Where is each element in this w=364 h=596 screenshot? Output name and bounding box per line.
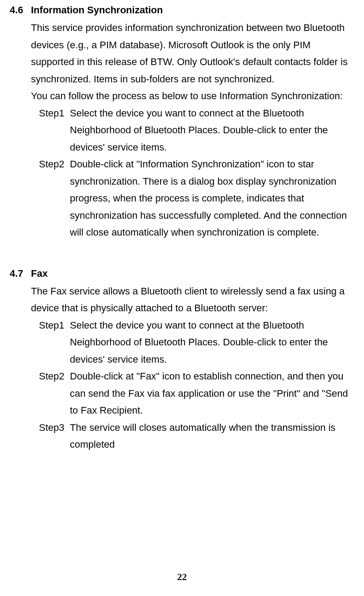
section-title: Fax	[31, 268, 354, 279]
section-fax: 4.7 Fax The Fax service allows a Bluetoo…	[10, 268, 354, 453]
step-item: Step2 Double-click at "Information Synch…	[39, 156, 354, 241]
step-item: Step2 Double-click at "Fax" icon to esta…	[39, 368, 354, 419]
step-label: Step2	[39, 368, 70, 419]
step-item: Step3 The service will closes automatica…	[39, 419, 354, 453]
step-label: Step2	[39, 156, 70, 241]
intro-paragraph: This service provides information synchr…	[31, 19, 354, 88]
section-body: The Fax service allows a Bluetooth clien…	[31, 283, 354, 453]
section-heading: 4.7 Fax	[10, 268, 354, 279]
step-text: Double-click at "Information Synchroniza…	[70, 156, 354, 241]
section-heading: 4.6 Information Synchronization	[10, 4, 354, 16]
page-number: 22	[0, 571, 364, 583]
section-info-sync: 4.6 Information Synchronization This ser…	[10, 4, 354, 241]
section-body: This service provides information synchr…	[31, 19, 354, 241]
intro-paragraph: The Fax service allows a Bluetooth clien…	[31, 283, 354, 317]
intro-paragraph: You can follow the process as below to u…	[31, 88, 354, 105]
step-label: Step1	[39, 105, 70, 156]
step-text: Select the device you want to connect at…	[70, 105, 354, 156]
document-page: 4.6 Information Synchronization This ser…	[0, 0, 364, 596]
section-title: Information Synchronization	[31, 4, 354, 16]
step-label: Step3	[39, 419, 70, 453]
section-number: 4.7	[10, 268, 31, 279]
step-text: The service will closes automatically wh…	[70, 419, 354, 453]
step-text: Double-click at "Fax" icon to establish …	[70, 368, 354, 419]
step-text: Select the device you want to connect at…	[70, 317, 354, 368]
step-label: Step1	[39, 317, 70, 368]
step-item: Step1 Select the device you want to conn…	[39, 317, 354, 368]
section-number: 4.6	[10, 4, 31, 16]
step-item: Step1 Select the device you want to conn…	[39, 105, 354, 156]
